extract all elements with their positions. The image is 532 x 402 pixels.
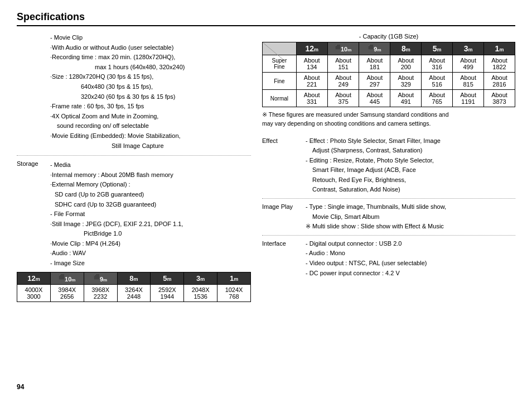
img-size-val-10m: 3984X2656 xyxy=(50,284,84,302)
movie-clip-line-4: ·Size : 1280x720HQ (30 fps & 15 fps), xyxy=(50,72,251,82)
effect-line-3: - Editing : Resize, Rotate, Photo Style … xyxy=(306,156,515,166)
storage-label: Storage xyxy=(17,160,45,269)
interface-content: - Digital output connector : USB 2.0 - A… xyxy=(306,239,515,278)
movie-clip-line-11: Still Image Capture xyxy=(112,141,251,151)
effect-line-5: Retouch, Red Eye Fix, Brightness, xyxy=(312,175,515,185)
cap-val-f-8m: About329 xyxy=(390,73,422,90)
img-size-header-8m: 8m xyxy=(117,272,151,284)
svg-line-0 xyxy=(263,42,283,59)
movie-clip-line-9: sound recording on/ off selectable xyxy=(57,121,251,131)
cap-label-normal: Normal xyxy=(263,90,297,107)
img-size-header-12m: 12m xyxy=(17,272,51,284)
storage-line-10: ·Audio : WAV xyxy=(50,248,251,259)
effect-line-4: Smart Filter, Image Adjust (ACB, Face xyxy=(312,165,515,175)
storage-line-8: PictBridge 1.0 xyxy=(84,229,251,239)
img-size-val-9m: 3968X2232 xyxy=(84,284,117,302)
page-number: 94 xyxy=(17,383,24,391)
movie-clip-line-10: ·Movie Editing (Embedded): Movie Stabili… xyxy=(50,131,251,141)
img-size-val-3m: 2048X1536 xyxy=(184,284,217,302)
movie-clip-line-7: ·Frame rate : 60 fps, 30 fps, 15 fps xyxy=(50,102,251,112)
spec-interface: Interface - Digital output connector : U… xyxy=(262,236,515,281)
cap-val-sf-12m: About134 xyxy=(296,55,327,73)
spec-effect: Effect - Effect : Photo Style Selector, … xyxy=(262,133,515,199)
capacity-table: 12m ⬛10m ⬛9m 8m 5m 3m 1m SuperFine About… xyxy=(262,42,515,107)
storage-line-6: - File Format xyxy=(50,209,251,219)
cap-label-fine: Fine xyxy=(263,73,297,90)
cap-header-10m: ⬛10m xyxy=(327,42,359,55)
capacity-note: ※ These figures are measured under Samsu… xyxy=(262,111,515,128)
image-play-label: Image Play xyxy=(262,202,301,232)
image-play-content: - Type : Single image, Thumbnails, Multi… xyxy=(306,202,515,232)
right-column: - Capacity (1GB Size) 12m ⬛10m ⬛9m 8m 5m… xyxy=(262,33,515,302)
left-column: - Movie Clip ·With Audio or without Audi… xyxy=(17,33,251,302)
img-size-val-8m: 3264X2448 xyxy=(117,284,151,302)
interface-line-1: - Digital output connector : USB 2.0 xyxy=(306,239,515,249)
movie-clip-line-1: ·With Audio or without Audio (user selec… xyxy=(50,43,251,53)
cap-header-9m: ⬛9m xyxy=(359,42,390,55)
cap-val-sf-3m: About499 xyxy=(453,55,484,73)
image-play-line-3: ※ Multi slide show : Slide show with Eff… xyxy=(306,222,515,232)
cap-header-12m: 12m xyxy=(296,42,327,55)
note-line-2: may vary depending on shooting condition… xyxy=(262,119,515,128)
img-size-header-3m: 3m xyxy=(184,272,217,284)
cap-val-n-5m: About765 xyxy=(422,90,453,107)
cap-val-f-12m: About221 xyxy=(296,73,327,90)
cap-val-sf-8m: About200 xyxy=(390,55,422,73)
cap-val-f-1m: About2816 xyxy=(484,73,515,90)
cap-row-normal: Normal About331 About375 About445 About4… xyxy=(263,90,515,107)
effect-line-2: Adjust (Sharpness, Contrast, Saturation) xyxy=(312,146,515,156)
image-size-section: 12m ⬛10m ⬛9m 8m 5m 3m 1m 4000X3000 3984X… xyxy=(17,272,251,302)
storage-line-5: SDHC card (Up to 32GB guaranteed) xyxy=(55,200,251,210)
spec-image-play: Image Play - Type : Single image, Thumbn… xyxy=(262,199,515,236)
cap-val-f-3m: About815 xyxy=(453,73,484,90)
effect-content: - Effect : Photo Style Selector, Smart F… xyxy=(306,136,515,195)
cap-val-sf-5m: About316 xyxy=(422,55,453,73)
movie-clip-line-2: ·Recording time : max 20 min. (1280x720H… xyxy=(50,52,251,63)
cap-val-sf-9m: About181 xyxy=(359,55,390,73)
cap-corner xyxy=(263,42,297,55)
effect-line-1: - Effect : Photo Style Selector, Smart F… xyxy=(306,136,515,146)
image-play-line-2: Movie Clip, Smart Album xyxy=(312,212,515,222)
cap-val-f-10m: About249 xyxy=(327,73,359,90)
cap-header-3m: 3m xyxy=(453,42,484,55)
storage-content: - Media ·Internal memory : About 20MB fl… xyxy=(50,160,251,269)
movie-clip-line-8: ·4X Optical Zoom and Mute in Zooming, xyxy=(50,112,251,122)
img-size-header-10m: ⬛10m xyxy=(50,272,84,284)
cap-header-8m: 8m xyxy=(390,42,422,55)
cap-row-superfine: SuperFine About134 About151 About181 Abo… xyxy=(263,55,515,73)
storage-line-2: ·Internal memory : About 20MB flash memo… xyxy=(50,170,251,180)
cap-header-5m: 5m xyxy=(422,42,453,55)
cap-val-n-10m: About375 xyxy=(327,90,359,107)
img-size-val-12m: 4000X3000 xyxy=(17,284,51,302)
cap-val-sf-10m: About151 xyxy=(327,55,359,73)
cap-val-n-3m: About1191 xyxy=(453,90,484,107)
cap-val-sf-1m: About1822 xyxy=(484,55,515,73)
cap-header-1m: 1m xyxy=(484,42,515,55)
right-specs-section: Effect - Effect : Photo Style Selector, … xyxy=(262,133,515,282)
cap-row-fine: Fine About221 About249 About297 About329… xyxy=(263,73,515,90)
cap-val-n-9m: About445 xyxy=(359,90,390,107)
cap-val-n-1m: About3873 xyxy=(484,90,515,107)
cap-val-f-9m: About297 xyxy=(359,73,390,90)
image-play-line-1: - Type : Single image, Thumbnails, Multi… xyxy=(306,202,515,212)
effect-label: Effect xyxy=(262,136,301,195)
movie-clip-line-6: 320x240 (60 fps & 30 fps & 15 fps) xyxy=(81,92,251,102)
img-size-header-1m: 1m xyxy=(217,272,251,284)
img-size-val-1m: 1024X768 xyxy=(217,284,251,302)
cap-val-f-5m: About516 xyxy=(422,73,453,90)
capacity-label: - Capacity (1GB Size) xyxy=(262,33,515,40)
storage-line-11: - Image Size xyxy=(50,259,251,269)
divider-1 xyxy=(17,155,251,156)
movie-clip-line-3: max 1 hours (640x480, 320x240) xyxy=(95,63,251,73)
storage-line-1: - Media xyxy=(50,160,251,170)
img-size-header-9m: ⬛9m xyxy=(84,272,117,284)
interface-line-4: - DC power input connector : 4.2 V xyxy=(306,269,515,279)
effect-line-6: Contrast, Saturation, Add Noise) xyxy=(312,185,515,195)
movie-clip-line-5: 640x480 (30 fps & 15 fps), xyxy=(81,82,251,92)
cap-val-n-12m: About331 xyxy=(296,90,327,107)
interface-label: Interface xyxy=(262,239,301,278)
storage-line-9: ·Movie Clip : MP4 (H.264) xyxy=(50,239,251,249)
img-size-val-5m: 2592X1944 xyxy=(151,284,184,302)
storage-line-4: SD card (Up to 2GB guaranteed) xyxy=(55,190,251,200)
interface-line-2: - Audio : Mono xyxy=(306,248,515,259)
